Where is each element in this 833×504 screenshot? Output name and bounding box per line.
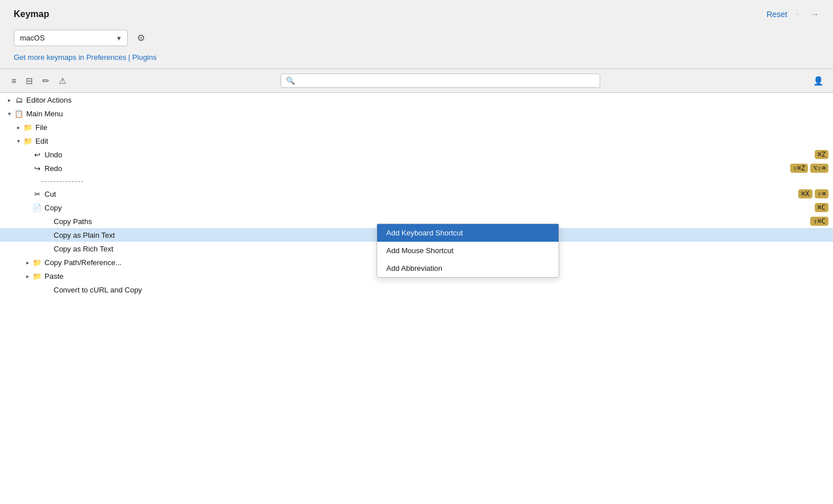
chevron-icon [5,95,14,104]
forward-button[interactable]: → [810,9,819,19]
shortcuts-list: ⇧⌘C [803,217,828,226]
person-icon: 👤 [813,76,824,86]
shortcut-badge: ⌘Z [815,150,828,159]
tree-row[interactable]: 📁 Edit [0,134,833,148]
editor-actions-icon: 🗂 [14,95,24,105]
chevron-icon [14,136,23,145]
page-title: Keymap [14,9,49,19]
tree-item-label: File [35,123,828,132]
tree-item-label: Undo [45,151,808,159]
pencil-icon: ✏ [42,76,50,86]
shortcuts-list: ⌘X ⇧⌫ [791,189,828,198]
back-button[interactable]: ← [794,9,803,19]
tree-row[interactable]: 📁 File [0,120,833,134]
tree-row[interactable]: Convert to cURL and Copy [0,283,833,296]
preferences-link[interactable]: Get more keymaps in Preferences | Plugin… [14,53,157,62]
shortcut-badge: ⇧⌫ [815,189,828,198]
undo-icon: ↩ [32,149,42,160]
shortcuts-list: ⌘C [808,203,828,212]
folder-icon: 📁 [32,271,42,281]
tree-row[interactable]: 🗂 Editor Actions [0,93,833,107]
filter-icons: ≡ ⊟ ✏ ⚠ [9,74,68,88]
shortcuts-list: ⌘Z [808,150,828,159]
tree-item-label: Convert to cURL and Copy [54,286,828,294]
header-actions: Reset ← → [766,9,819,19]
tree-item-label: Editor Actions [26,96,828,104]
item-icon [41,230,51,240]
collapse-all-button[interactable]: ⊟ [23,74,35,88]
separator-dashes: -------------- [41,177,84,185]
tree-row[interactable]: ↩ Undo ⌘Z [0,148,833,161]
folder-icon: 📁 [23,122,33,132]
cut-icon: ✂ [32,189,42,199]
item-icon [41,243,51,254]
shortcut-badge: ⌘C [815,203,828,212]
gear-button[interactable]: ⚙ [135,30,147,46]
tree-row[interactable]: 📄 Copy ⌘C [0,201,833,214]
tree-row[interactable]: ✂ Cut ⌘X ⇧⌫ [0,187,833,201]
shortcut-badge: ⇧⌘Z [790,164,808,173]
search-input[interactable] [298,76,595,85]
keymap-select-wrapper: macOS Windows Linux ▼ [14,30,128,46]
keymap-tree: 🗂 Editor Actions 📋 Main Menu 📁 File 📁 Ed… [0,93,833,504]
tree-item-label: Cut [45,190,791,198]
expand-all-icon: ≡ [11,76,17,86]
expand-all-button[interactable]: ≡ [9,74,19,87]
search-icon: 🔍 [286,76,295,85]
context-menu-item-add-keyboard-shortcut[interactable]: Add Keyboard Shortcut [377,224,559,242]
keymap-toolbar: macOS Windows Linux ▼ ⚙ [0,25,833,51]
context-menu-item-add-abbreviation[interactable]: Add Abbreviation [377,259,559,277]
shortcut-badge: ⇧⌘C [810,217,828,226]
redo-icon: ↪ [32,163,42,173]
collapse-all-icon: ⊟ [26,76,33,86]
folder-icon: 📁 [32,257,42,267]
folder-icon: 📁 [23,136,33,146]
tree-item-label: Redo [45,164,783,173]
main-menu-icon: 📋 [14,108,24,119]
item-icon [41,216,51,226]
tree-item-label: Main Menu [26,109,828,118]
chevron-icon [14,123,23,132]
gear-icon: ⚙ [137,33,145,43]
shortcut-badge: ⌥⇧⌫ [810,164,828,173]
copy-icon: 📄 [32,202,42,213]
item-icon [41,284,51,295]
separator-row: -------------- [0,175,833,187]
reset-button[interactable]: Reset [766,10,787,19]
search-toolbar: ≡ ⊟ ✏ ⚠ 🔍 👤 [0,69,833,93]
person-icon-button[interactable]: 👤 [813,76,824,86]
tree-item-label: Copy [45,204,808,212]
tree-row[interactable]: ↪ Redo ⇧⌘Z ⌥⇧⌫ [0,161,833,175]
chevron-icon [23,258,32,267]
edit-shortcuts-button[interactable]: ✏ [40,74,52,88]
tree-row[interactable]: 📋 Main Menu [0,107,833,120]
chevron-icon [5,109,14,118]
context-menu: Add Keyboard Shortcut Add Mouse Shortcut… [377,223,559,278]
shortcut-badge: ⌘X [798,189,812,198]
warning-icon: ⚠ [59,76,66,86]
search-box: 🔍 [281,74,600,88]
header: Keymap Reset ← → [0,0,833,25]
shortcuts-list: ⇧⌘Z ⌥⇧⌫ [783,164,828,173]
context-menu-item-add-mouse-shortcut[interactable]: Add Mouse Shortcut [377,242,559,259]
preferences-link-row: Get more keymaps in Preferences | Plugin… [0,51,833,68]
keymap-page: Keymap Reset ← → macOS Windows Linux ▼ ⚙… [0,0,833,504]
warning-button[interactable]: ⚠ [56,74,68,88]
chevron-icon [23,271,32,281]
keymap-select[interactable]: macOS Windows Linux [14,30,128,46]
tree-item-label: Edit [35,137,828,145]
